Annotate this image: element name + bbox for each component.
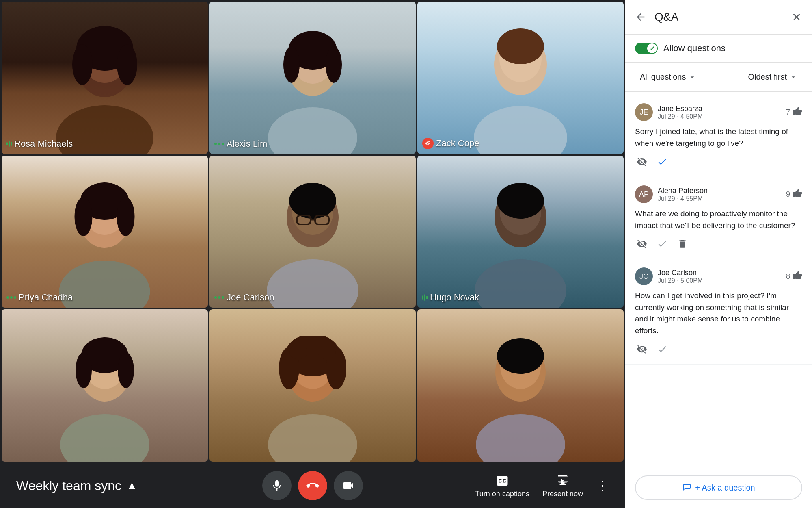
ask-question-area: + Ask a question [625, 467, 812, 508]
svg-point-38 [118, 352, 134, 388]
video-cell-joe: Joe Carlson [209, 156, 416, 308]
filter-row: All questions Oldest first [625, 63, 812, 92]
video-cell-hugo: Hugo Novak [417, 156, 624, 308]
participant-name-zack: Zack Cope [436, 138, 479, 149]
question-author-2: Alena Paterson [658, 187, 781, 195]
svg-point-37 [76, 352, 92, 388]
filter-label: All questions [640, 72, 686, 82]
svg-point-49 [476, 414, 565, 462]
captions-label: Turn on captions [475, 490, 529, 498]
svg-point-15 [497, 28, 544, 64]
participant-name-joe: Joe Carlson [227, 292, 274, 303]
like-icon-1 [793, 106, 802, 118]
answer-question-2-button[interactable] [655, 237, 669, 251]
qa-title: Q&A [654, 11, 783, 24]
avatar-alena: AP [635, 185, 653, 203]
question-likes-1: 7 [786, 106, 802, 118]
question-text-3: How can I get involved in this project? … [635, 290, 802, 336]
avatar-joe-carlson: JC [635, 267, 653, 285]
camera-button[interactable] [334, 471, 363, 500]
center-controls [262, 471, 363, 500]
present-label: Present now [542, 490, 583, 498]
filter-questions-button[interactable]: All questions [635, 69, 701, 85]
qa-header: Q&A [625, 0, 812, 35]
question-author-1: Jane Esparza [658, 104, 781, 113]
avatar-jane: JE [635, 103, 653, 121]
svg-point-21 [117, 197, 135, 236]
svg-point-32 [497, 183, 544, 219]
question-card-2: AP Alena Paterson Jul 29 · 4:55PM 9 [625, 177, 812, 259]
muted-icon-zack [422, 138, 434, 149]
chevron-up-icon[interactable]: ▲ [126, 479, 138, 492]
svg-point-11 [326, 46, 342, 83]
hide-question-1-button[interactable] [635, 155, 649, 169]
svg-point-41 [268, 414, 357, 462]
mic-button[interactable] [262, 471, 292, 500]
svg-point-35 [60, 414, 149, 462]
participant-name-hugo: Hugo Novak [430, 292, 479, 303]
ask-question-button[interactable]: + Ask a question [635, 475, 802, 500]
allow-questions-toggle[interactable]: ✓ [635, 43, 658, 54]
participant-name-rosa: Rosa Michaels [14, 139, 73, 149]
question-card-1: JE Jane Esparza Jul 29 · 4:50PM 7 [625, 95, 812, 177]
question-time-2: Jul 29 · 4:55PM [658, 195, 781, 202]
captions-button[interactable]: Turn on captions [475, 473, 529, 498]
right-controls: Turn on captions Present now ⋮ [475, 473, 609, 498]
hide-question-3-button[interactable] [635, 342, 649, 356]
answer-question-3-button[interactable] [655, 342, 669, 356]
svg-point-45 [289, 345, 307, 359]
qa-back-button[interactable] [633, 10, 648, 24]
participant-label-hugo: Hugo Novak [422, 292, 479, 303]
svg-point-50 [497, 338, 544, 374]
svg-point-25 [289, 183, 336, 219]
question-actions-1 [635, 155, 802, 169]
question-time-3: Jul 29 · 5:00PM [658, 277, 781, 284]
end-call-button[interactable] [298, 471, 327, 500]
participant-name-alexis: Alexis Lim [227, 139, 267, 149]
participant-label-priya: Priya Chadha [6, 292, 73, 303]
question-actions-2 [635, 237, 802, 251]
video-area: Rosa Michaels [0, 0, 625, 508]
allow-questions-label: Allow questions [663, 43, 726, 54]
question-text-1: Sorry I joined late, what is the latest … [635, 126, 802, 149]
participant-label-zack: Zack Cope [422, 138, 479, 149]
question-text-2: What are we doing to proactively monitor… [635, 208, 802, 231]
delete-question-2-button[interactable] [676, 237, 689, 251]
video-grid: Rosa Michaels [0, 0, 625, 463]
svg-point-31 [475, 259, 566, 308]
meeting-title: Weekly team sync [16, 478, 121, 493]
participant-label-alexis: Alexis Lim [214, 139, 267, 149]
video-cell-p7 [2, 309, 208, 462]
bottom-bar: Weekly team sync ▲ [0, 463, 625, 508]
video-cell-rosa: Rosa Michaels [2, 2, 208, 154]
sort-questions-button[interactable]: Oldest first [743, 69, 802, 85]
svg-point-8 [268, 107, 357, 154]
participant-name-priya: Priya Chadha [19, 292, 73, 303]
question-card-3: JC Joe Carlson Jul 29 · 5:00PM 8 [625, 259, 812, 365]
qa-close-button[interactable] [789, 10, 804, 24]
participant-label-rosa: Rosa Michaels [6, 139, 73, 149]
question-author-3: Joe Carlson [658, 269, 781, 277]
allow-questions-row: ✓ Allow questions [625, 35, 812, 63]
video-cell-p9 [417, 309, 624, 462]
video-cell-priya: Priya Chadha [2, 156, 208, 308]
question-likes-3: 8 [786, 271, 802, 282]
question-actions-3 [635, 342, 802, 356]
question-time-1: Jul 29 · 4:50PM [658, 113, 781, 120]
sort-label: Oldest first [748, 72, 787, 82]
question-likes-2: 9 [786, 189, 802, 200]
svg-point-4 [72, 44, 93, 85]
more-options-button[interactable]: ⋮ [596, 478, 609, 493]
svg-point-24 [267, 259, 358, 308]
video-cell-zack: Zack Cope [417, 2, 624, 154]
audio-indicator-hugo [422, 294, 428, 301]
answer-question-1-button[interactable] [655, 155, 669, 169]
svg-point-10 [283, 46, 300, 83]
video-cell-alexis: Alexis Lim [209, 2, 416, 154]
hide-question-2-button[interactable] [635, 237, 649, 251]
svg-point-14 [474, 106, 567, 154]
app-container: Rosa Michaels [0, 0, 812, 508]
present-button[interactable]: Present now [542, 473, 583, 498]
ask-question-label: + Ask a question [695, 483, 755, 493]
video-cell-p8 [209, 309, 416, 462]
